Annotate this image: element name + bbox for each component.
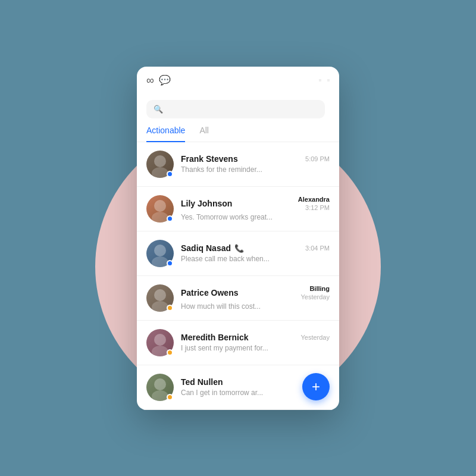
message-preview-patrice: How much will this cost...	[181, 302, 330, 311]
message-top-frank: Frank Stevens5:09 PM	[181, 154, 330, 164]
message-preview-lily: Yes. Tomorrow works great...	[181, 213, 330, 221]
message-name-meredith: Meredith Bernick	[181, 333, 249, 342]
avatar-wrap-frank	[146, 151, 174, 178]
message-name-wrap-lily: Lily Johnson	[181, 199, 232, 208]
message-content-sadiq: Sadiq Nasad📞3:04 PMPlease call me back w…	[181, 243, 330, 263]
tab-all[interactable]: All	[199, 126, 209, 142]
chat-bubble-icon: 💬	[159, 76, 171, 85]
message-content-lily: Lily JohnsonAlexandra3:12 PMYes. Tomorro…	[181, 196, 330, 221]
search-row: 🔍	[137, 100, 339, 126]
message-meta-sadiq: 3:04 PM	[305, 245, 330, 252]
status-dot-frank	[167, 171, 173, 177]
message-tag-lily: Alexandra	[298, 196, 330, 203]
message-time-sadiq: 3:04 PM	[305, 245, 330, 252]
title-bar-icons: ∞ 💬	[146, 75, 171, 86]
minimize-button[interactable]	[319, 79, 321, 82]
message-time-lily: 3:12 PM	[305, 204, 330, 211]
infinity-icon: ∞	[146, 75, 154, 86]
title-bar-controls	[319, 79, 330, 82]
status-dot-sadiq	[167, 260, 173, 267]
message-content-meredith: Meredith BernickYesterdayI just sent my …	[181, 333, 330, 352]
message-preview-frank: Thanks for the reminder...	[181, 165, 330, 174]
status-dot-meredith	[167, 349, 173, 356]
message-top-patrice: Patrice OwensBillingYesterday	[181, 285, 330, 300]
message-name-wrap-sadiq: Sadiq Nasad📞	[181, 243, 244, 253]
message-name-patrice: Patrice Owens	[181, 288, 239, 298]
svg-point-4	[154, 245, 166, 256]
message-name-wrap-patrice: Patrice Owens	[181, 288, 239, 298]
status-dot-lily	[167, 215, 173, 222]
message-item-meredith[interactable]: Meredith BernickYesterdayI just sent my …	[137, 321, 339, 365]
message-name-wrap-frank: Frank Stevens	[181, 154, 238, 164]
avatar-wrap-ted	[146, 374, 174, 401]
app-window: ∞ 💬 🔍 Actionable All Frank Stevens5:09 P…	[137, 67, 339, 410]
call-icon-sadiq: 📞	[234, 244, 244, 253]
message-top-meredith: Meredith BernickYesterday	[181, 333, 330, 342]
svg-point-0	[154, 155, 166, 167]
status-dot-patrice	[167, 305, 173, 311]
message-preview-meredith: I just sent my payment for...	[181, 344, 330, 352]
message-item-sadiq[interactable]: Sadiq Nasad📞3:04 PMPlease call me back w…	[137, 231, 339, 276]
message-meta-lily: Alexandra3:12 PM	[298, 196, 330, 211]
message-content-patrice: Patrice OwensBillingYesterdayHow much wi…	[181, 285, 330, 311]
message-preview-sadiq: Please call me back when...	[181, 255, 330, 263]
svg-point-7	[152, 301, 168, 312]
close-button[interactable]	[327, 79, 330, 82]
avatar-wrap-patrice	[146, 284, 174, 312]
search-icon: 🔍	[154, 105, 163, 114]
message-meta-frank: 5:09 PM	[305, 155, 330, 162]
message-name-sadiq: Sadiq Nasad	[181, 243, 231, 253]
tab-actionable[interactable]: Actionable	[146, 126, 185, 142]
message-name-lily: Lily Johnson	[181, 199, 232, 208]
message-item-frank[interactable]: Frank Stevens5:09 PMThanks for the remin…	[137, 142, 339, 187]
message-item-lily[interactable]: Lily JohnsonAlexandra3:12 PMYes. Tomorro…	[137, 187, 339, 231]
svg-point-10	[154, 378, 166, 390]
title-bar: ∞ 💬	[137, 67, 339, 90]
svg-point-1	[152, 167, 168, 178]
tabs: Actionable All	[137, 126, 339, 142]
message-top-sadiq: Sadiq Nasad📞3:04 PM	[181, 243, 330, 253]
message-top-lily: Lily JohnsonAlexandra3:12 PM	[181, 196, 330, 211]
message-time-patrice: Yesterday	[300, 293, 330, 300]
avatar-wrap-meredith	[146, 329, 174, 356]
avatar-wrap-sadiq	[146, 240, 174, 267]
svg-point-6	[154, 289, 166, 301]
message-meta-patrice: BillingYesterday	[300, 285, 330, 300]
search-input[interactable]	[167, 105, 318, 114]
svg-point-11	[152, 390, 168, 401]
message-time-frank: 5:09 PM	[305, 155, 330, 162]
status-dot-ted	[167, 394, 173, 400]
svg-point-5	[152, 256, 168, 267]
svg-point-9	[152, 346, 168, 356]
message-tag-patrice: Billing	[309, 285, 330, 292]
message-name-ted: Ted Nullen	[181, 377, 223, 387]
message-time-meredith: Yesterday	[300, 334, 330, 341]
message-name-frank: Frank Stevens	[181, 154, 238, 164]
svg-point-8	[154, 334, 166, 346]
message-list: Frank Stevens5:09 PMThanks for the remin…	[137, 142, 339, 410]
compose-button[interactable]: +	[302, 373, 330, 400]
search-box: 🔍	[146, 100, 325, 118]
message-name-wrap-ted: Ted Nullen	[181, 377, 223, 387]
header	[137, 90, 339, 100]
message-content-frank: Frank Stevens5:09 PMThanks for the remin…	[181, 154, 330, 174]
avatar-wrap-lily	[146, 195, 174, 223]
svg-point-2	[154, 200, 166, 212]
svg-point-3	[152, 212, 168, 223]
message-name-wrap-meredith: Meredith Bernick	[181, 333, 249, 342]
message-meta-meredith: Yesterday	[300, 334, 330, 341]
message-item-patrice[interactable]: Patrice OwensBillingYesterdayHow much wi…	[137, 276, 339, 321]
